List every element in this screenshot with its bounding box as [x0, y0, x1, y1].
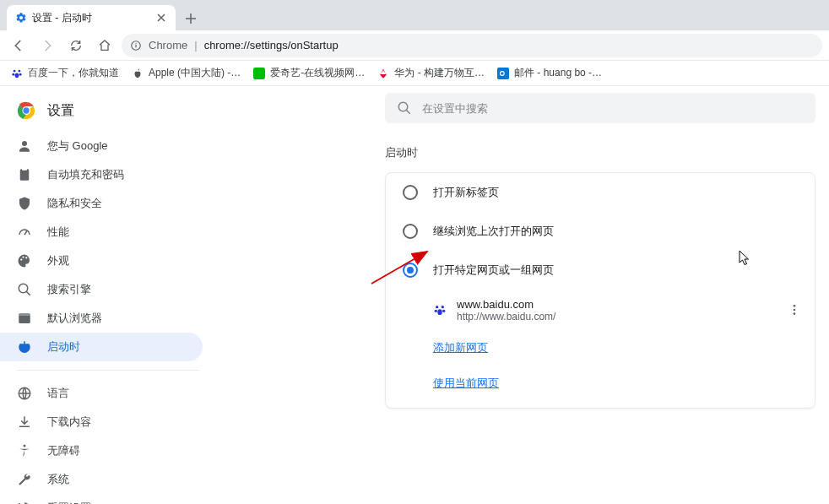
- speedometer-icon: [17, 225, 32, 240]
- settings-search[interactable]: [385, 93, 815, 123]
- sidebar-item-default-browser[interactable]: 默认浏览器: [0, 304, 203, 333]
- shield-icon: [17, 196, 32, 211]
- omnibox-divider: |: [194, 39, 197, 51]
- close-icon[interactable]: [155, 12, 167, 24]
- bookmark-label: 华为 - 构建万物互…: [394, 66, 485, 80]
- section-title: 启动时: [385, 145, 647, 160]
- more-vert-button[interactable]: [781, 296, 808, 323]
- svg-point-3: [12, 73, 14, 75]
- sidebar-item-label: 搜索引擎: [47, 282, 91, 297]
- browser-icon: [17, 311, 32, 326]
- sidebar-item-label: 无障碍: [47, 443, 80, 458]
- globe-icon: [17, 386, 32, 401]
- option-label: 打开特定网页或一组网页: [433, 263, 554, 278]
- bookmark-outlook[interactable]: 邮件 - huang bo -…: [496, 66, 602, 80]
- forward-button[interactable]: [35, 34, 59, 57]
- gear-icon: [15, 12, 27, 24]
- bookmark-label: Apple (中国大陆) -…: [149, 66, 241, 80]
- bookmark-label: 百度一下，你就知道: [28, 66, 119, 80]
- radio-icon: [403, 263, 418, 278]
- svg-point-29: [435, 310, 437, 312]
- bookmarks-bar: 百度一下，你就知道 Apple (中国大陆) -… 爱奇艺-在线视频网… 华为 …: [0, 61, 829, 86]
- search-icon: [17, 282, 32, 297]
- svg-point-28: [442, 306, 444, 308]
- sidebar-item-search-engine[interactable]: 搜索引擎: [0, 275, 203, 304]
- chrome-logo-icon: [17, 101, 35, 120]
- settings-sidebar: 设置 您与 Google 自动填充和密码 隐私和安全 性能 外观 搜索引擎: [0, 86, 216, 504]
- sidebar-item-autofill[interactable]: 自动填充和密码: [0, 160, 203, 189]
- new-tab-button[interactable]: [179, 7, 203, 30]
- svg-point-17: [22, 256, 24, 257]
- page-title-text: www.baidu.com: [457, 298, 771, 311]
- sidebar-item-downloads[interactable]: 下载内容: [0, 408, 203, 436]
- sidebar-item-system[interactable]: 系统: [0, 465, 203, 494]
- power-icon: [17, 339, 32, 355]
- wrench-icon: [17, 472, 32, 487]
- svg-point-23: [24, 445, 26, 447]
- add-page-row: 添加新网页: [433, 330, 808, 366]
- bookmark-label: 爱奇艺-在线视频网…: [270, 66, 365, 80]
- startup-pages-list: www.baidu.com http://www.baidu.com/ 添加新网…: [386, 290, 815, 401]
- sidebar-item-you-and-google[interactable]: 您与 Google: [0, 132, 203, 160]
- svg-point-34: [794, 312, 796, 315]
- svg-point-4: [19, 73, 22, 75]
- bookmark-baidu[interactable]: 百度一下，你就知道: [10, 66, 119, 80]
- omnibox-origin: Chrome: [149, 39, 187, 51]
- svg-point-16: [20, 258, 22, 260]
- option-new-tab[interactable]: 打开新标签页: [386, 173, 815, 212]
- svg-point-31: [437, 309, 442, 315]
- startup-card: 打开新标签页 继续浏览上次打开的网页 打开特定网页或一组网页 www.baidu…: [385, 172, 815, 409]
- radio-icon: [403, 224, 418, 239]
- use-current-row: 使用当前网页: [433, 366, 808, 401]
- svg-rect-6: [253, 68, 265, 79]
- radio-icon: [403, 185, 418, 200]
- sidebar-item-accessibility[interactable]: 无障碍: [0, 436, 203, 465]
- browser-tab[interactable]: 设置 - 启动时: [7, 5, 176, 30]
- option-continue[interactable]: 继续浏览上次打开的网页: [386, 212, 815, 251]
- sidebar-item-appearance[interactable]: 外观: [0, 247, 203, 275]
- svg-point-18: [25, 257, 27, 258]
- bookmark-iqiyi[interactable]: 爱奇艺-在线视频网…: [252, 66, 365, 80]
- omnibox[interactable]: Chrome | chrome://settings/onStartup: [122, 34, 822, 57]
- use-current-link[interactable]: 使用当前网页: [433, 377, 499, 389]
- svg-point-26: [398, 102, 408, 111]
- svg-point-5: [15, 73, 19, 78]
- paw-icon: [433, 303, 447, 317]
- page-title: 设置: [47, 102, 74, 120]
- sidebar-item-label: 默认浏览器: [47, 311, 102, 326]
- back-button[interactable]: [7, 34, 30, 57]
- svg-point-33: [794, 309, 796, 312]
- sidebar-item-label: 启动时: [47, 339, 80, 355]
- page-url-text: http://www.baidu.com/: [457, 311, 771, 322]
- sidebar-item-performance[interactable]: 性能: [0, 218, 203, 247]
- svg-rect-15: [22, 168, 27, 171]
- svg-point-9: [501, 72, 504, 75]
- home-button[interactable]: [93, 34, 116, 57]
- svg-point-13: [22, 141, 27, 146]
- outlook-icon: [496, 67, 510, 80]
- clipboard-icon: [17, 167, 32, 182]
- sidebar-item-label: 系统: [47, 472, 69, 487]
- omnibox-path: chrome://settings/onStartup: [204, 39, 339, 51]
- sidebar-item-label: 外观: [47, 253, 69, 268]
- sidebar-item-privacy[interactable]: 隐私和安全: [0, 189, 203, 218]
- sidebar-item-label: 重置设置: [47, 501, 91, 504]
- sidebar-item-reset[interactable]: 重置设置: [0, 494, 203, 504]
- download-icon: [17, 415, 32, 430]
- sidebar-item-languages[interactable]: 语言: [0, 379, 203, 408]
- settings-search-input[interactable]: [422, 102, 804, 115]
- svg-point-32: [794, 305, 796, 307]
- reload-button[interactable]: [64, 34, 88, 57]
- person-icon: [17, 138, 32, 154]
- paw-icon: [10, 67, 24, 80]
- bookmark-huawei[interactable]: 华为 - 构建万物互…: [377, 66, 485, 80]
- add-page-link[interactable]: 添加新网页: [433, 341, 488, 354]
- sidebar-item-on-startup[interactable]: 启动时: [0, 333, 203, 361]
- svg-point-27: [436, 306, 438, 308]
- svg-rect-21: [19, 313, 30, 316]
- bookmark-apple[interactable]: Apple (中国大陆) -…: [131, 66, 241, 80]
- startup-page-row: www.baidu.com http://www.baidu.com/: [433, 290, 808, 330]
- option-specific-pages[interactable]: 打开特定网页或一组网页: [386, 251, 815, 290]
- settings-main: 启动时 打开新标签页 继续浏览上次打开的网页 打开特定网页或一组网页: [216, 86, 829, 504]
- option-label: 打开新标签页: [433, 185, 499, 200]
